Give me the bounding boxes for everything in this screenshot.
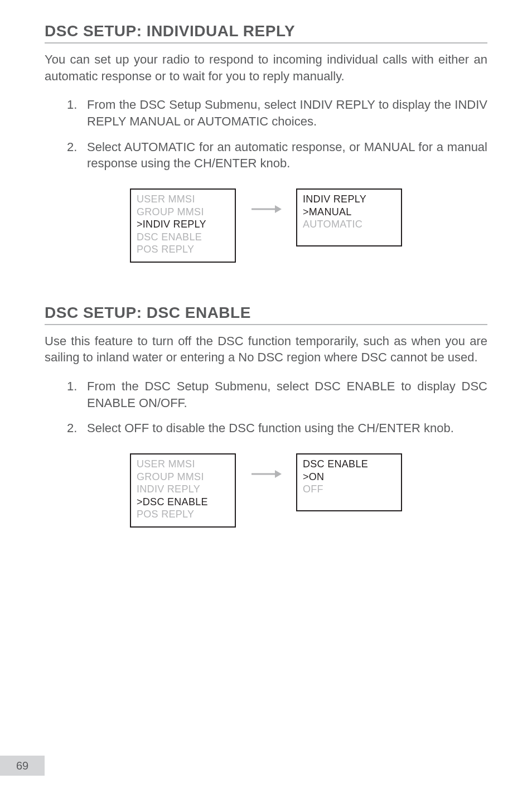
lcd-line-selected: >ON — [303, 471, 395, 483]
lcd-line: AUTOMATIC — [303, 218, 395, 231]
step-number: 2. — [67, 420, 77, 437]
steps-list-1: 1. From the DSC Setup Submenu, select IN… — [45, 96, 487, 172]
step-number: 1. — [67, 378, 77, 395]
arrow-right-icon — [250, 204, 282, 214]
lcd-line: GROUP MMSI — [137, 471, 229, 483]
lcd-line-selected: >INDIV REPLY — [137, 218, 229, 231]
section-title-2: DSC SETUP: DSC ENABLE — [45, 304, 487, 325]
lcd-line: DSC ENABLE — [303, 458, 395, 471]
step-text: From the DSC Setup Submenu, select DSC E… — [87, 379, 487, 410]
lcd-diagram-1: USER MMSI GROUP MMSI >INDIV REPLY DSC EN… — [45, 188, 487, 263]
lcd-line: USER MMSI — [137, 193, 229, 206]
lcd-line: OFF — [303, 483, 395, 496]
lcd-line: DSC ENABLE — [137, 231, 229, 244]
list-item: 1. From the DSC Setup Submenu, select DS… — [67, 378, 487, 411]
step-number: 2. — [67, 139, 77, 156]
lcd-screen-right-1: INDIV REPLY >MANUAL AUTOMATIC — [296, 188, 402, 246]
svg-marker-3 — [275, 470, 282, 478]
lcd-line: USER MMSI — [137, 458, 229, 471]
page-number: 69 — [0, 756, 45, 776]
svg-marker-1 — [275, 205, 282, 213]
lcd-line: GROUP MMSI — [137, 206, 229, 219]
lcd-screen-left-2: USER MMSI GROUP MMSI INDIV REPLY >DSC EN… — [130, 453, 236, 528]
lcd-line-selected: >DSC ENABLE — [137, 496, 229, 509]
lcd-line: INDIV REPLY — [137, 483, 229, 496]
lcd-screen-right-2: DSC ENABLE >ON OFF — [296, 453, 402, 511]
page-content: DSC SETUP: INDIVIDUAL REPLY You can set … — [0, 0, 532, 528]
lcd-line: POS REPLY — [137, 508, 229, 521]
step-number: 1. — [67, 96, 77, 113]
section-intro-1: You can set up your radio to respond to … — [45, 51, 487, 84]
list-item: 2. Select AUTOMATIC for an automatic res… — [67, 139, 487, 172]
list-item: 2. Select OFF to disable the DSC functio… — [67, 420, 487, 437]
list-item: 1. From the DSC Setup Submenu, select IN… — [67, 96, 487, 129]
lcd-line: POS REPLY — [137, 243, 229, 256]
section-title-1: DSC SETUP: INDIVIDUAL REPLY — [45, 22, 487, 43]
steps-list-2: 1. From the DSC Setup Submenu, select DS… — [45, 378, 487, 437]
lcd-line: INDIV REPLY — [303, 193, 395, 206]
step-text: From the DSC Setup Submenu, select INDIV… — [87, 98, 487, 128]
lcd-screen-left-1: USER MMSI GROUP MMSI >INDIV REPLY DSC EN… — [130, 188, 236, 263]
section-intro-2: Use this feature to turn off the DSC fun… — [45, 333, 487, 366]
step-text: Select OFF to disable the DSC function u… — [87, 421, 454, 435]
step-text: Select AUTOMATIC for an automatic respon… — [87, 140, 487, 171]
lcd-line-selected: >MANUAL — [303, 206, 395, 219]
lcd-diagram-2: USER MMSI GROUP MMSI INDIV REPLY >DSC EN… — [45, 453, 487, 528]
arrow-right-icon — [250, 469, 282, 479]
